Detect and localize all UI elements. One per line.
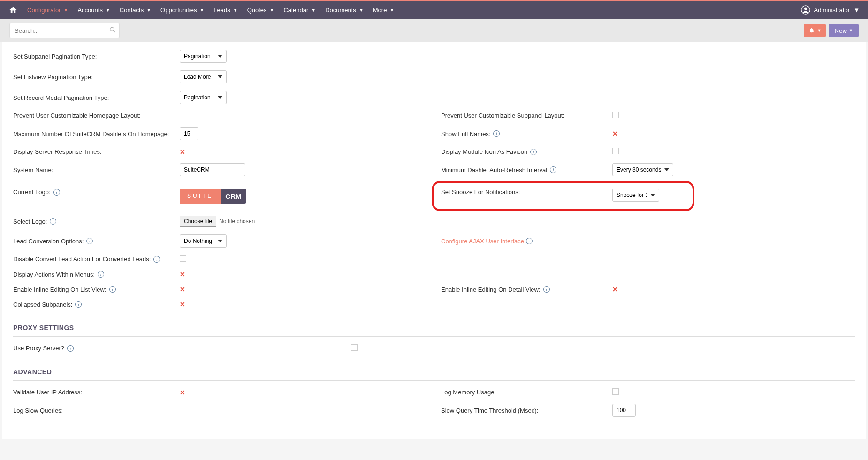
info-icon[interactable]: i bbox=[67, 345, 74, 352]
prevent-homepage-label: Prevent User Customizable Homepage Layou… bbox=[13, 112, 180, 119]
user-icon bbox=[801, 5, 810, 15]
validate-ip-label: Validate User IP Address: bbox=[13, 389, 180, 396]
svg-point-2 bbox=[110, 27, 114, 31]
prevent-homepage-checkbox[interactable] bbox=[180, 112, 186, 118]
max-dashlets-label: Maximum Number Of SuiteCRM Dashlets On H… bbox=[13, 130, 180, 137]
current-logo-label: Current Logo:i bbox=[13, 189, 180, 196]
choose-file-button[interactable]: Choose file bbox=[180, 216, 216, 227]
info-icon[interactable]: i bbox=[109, 286, 116, 293]
advanced-section-header: ADVANCED bbox=[13, 362, 855, 381]
svg-point-1 bbox=[804, 8, 807, 10]
configure-ajax-link[interactable]: Configure AJAX User Interface bbox=[441, 238, 524, 245]
caret-down-icon: ▼ bbox=[270, 8, 274, 13]
subpanel-pagination-select[interactable]: Pagination bbox=[180, 50, 227, 63]
nav-leads[interactable]: Leads▼ bbox=[209, 0, 242, 19]
inline-list-value: ✕ bbox=[180, 286, 185, 293]
nav-accounts[interactable]: Accounts▼ bbox=[73, 0, 114, 19]
svg-line-3 bbox=[114, 30, 115, 32]
select-logo-label: Select Logo:i bbox=[13, 218, 180, 225]
search-icon bbox=[109, 27, 116, 35]
no-file-chosen-text: No file chosen bbox=[219, 218, 255, 225]
max-dashlets-input[interactable] bbox=[180, 127, 198, 140]
nav-opportunities[interactable]: Opportunities▼ bbox=[156, 0, 209, 19]
caret-down-icon: ▼ bbox=[849, 28, 853, 33]
display-actions-label: Display Actions Within Menus:i bbox=[13, 271, 180, 278]
caret-down-icon: ▼ bbox=[817, 28, 821, 33]
prevent-subpanel-label: Prevent User Customizable Subpanel Layou… bbox=[441, 112, 612, 119]
snooze-select[interactable]: Snooze for 1 minute bbox=[612, 189, 659, 202]
nav-documents[interactable]: Documents▼ bbox=[320, 0, 368, 19]
info-icon[interactable]: i bbox=[543, 286, 550, 293]
log-slow-checkbox[interactable] bbox=[180, 407, 186, 413]
nav-quotes[interactable]: Quotes▼ bbox=[243, 0, 279, 19]
caret-down-icon: ▼ bbox=[64, 8, 69, 13]
prevent-subpanel-checkbox[interactable] bbox=[612, 112, 619, 118]
nav-contacts[interactable]: Contacts▼ bbox=[115, 0, 156, 19]
caret-down-icon: ▼ bbox=[311, 8, 316, 13]
info-icon[interactable]: i bbox=[98, 271, 104, 278]
nav-more[interactable]: More▼ bbox=[368, 0, 399, 19]
log-memory-checkbox[interactable] bbox=[612, 388, 619, 395]
user-name: Administrator bbox=[814, 7, 850, 14]
subpanel-pagination-label: Set Subpanel Pagination Type: bbox=[13, 53, 180, 60]
search-input[interactable] bbox=[9, 23, 120, 38]
validate-ip-value: ✕ bbox=[180, 389, 185, 396]
top-navbar: Configurator▼ Accounts▼ Contacts▼ Opport… bbox=[0, 0, 868, 19]
content-area: Set Subpanel Pagination Type: Pagination… bbox=[2, 42, 866, 439]
listview-pagination-label: Set Listview Pagination Type: bbox=[13, 74, 180, 81]
min-refresh-select[interactable]: Every 30 seconds bbox=[612, 163, 673, 176]
caret-down-icon: ▼ bbox=[359, 8, 364, 13]
info-icon[interactable]: i bbox=[153, 256, 160, 263]
info-icon[interactable]: i bbox=[50, 218, 56, 225]
collapsed-subpanels-value: ✕ bbox=[180, 301, 185, 308]
display-server-times-value: ✕ bbox=[180, 148, 185, 156]
display-actions-value: ✕ bbox=[180, 271, 185, 278]
system-name-input[interactable] bbox=[180, 163, 245, 176]
inline-list-label: Enable Inline Editing On List View:i bbox=[13, 286, 180, 293]
user-menu[interactable]: Administrator ▼ bbox=[796, 5, 864, 15]
suitecrm-logo: SUITE CRM bbox=[180, 189, 246, 204]
show-full-names-value: ✕ bbox=[612, 130, 618, 137]
caret-down-icon: ▼ bbox=[106, 8, 110, 13]
system-name-label: System Name: bbox=[13, 166, 180, 173]
disable-convert-checkbox[interactable] bbox=[180, 255, 186, 262]
listview-pagination-select[interactable]: Load More bbox=[180, 70, 227, 83]
nav-calendar[interactable]: Calendar▼ bbox=[279, 0, 320, 19]
nav-configurator[interactable]: Configurator▼ bbox=[23, 0, 73, 19]
search-box bbox=[9, 23, 120, 38]
new-button[interactable]: New ▼ bbox=[829, 24, 859, 37]
slow-threshold-label: Slow Query Time Threshold (Msec): bbox=[441, 407, 612, 414]
toolbar: ▼ New ▼ bbox=[0, 19, 868, 42]
display-favicon-checkbox[interactable] bbox=[612, 148, 619, 154]
bell-icon bbox=[808, 27, 815, 34]
caret-down-icon: ▼ bbox=[853, 7, 860, 14]
caret-down-icon: ▼ bbox=[389, 8, 394, 13]
inline-detail-label: Enable Inline Editing On Detail View:i bbox=[441, 286, 612, 293]
disable-convert-label: Disable Convert Lead Action For Converte… bbox=[13, 256, 180, 263]
info-icon[interactable]: i bbox=[493, 130, 500, 137]
display-server-times-label: Display Server Response Times: bbox=[13, 148, 180, 155]
lead-conversion-select[interactable]: Do Nothing bbox=[180, 234, 227, 248]
info-icon[interactable]: i bbox=[526, 238, 533, 244]
info-icon[interactable]: i bbox=[530, 149, 537, 155]
info-icon[interactable]: i bbox=[53, 189, 60, 196]
use-proxy-label: Use Proxy Server?i bbox=[13, 345, 351, 352]
caret-down-icon: ▼ bbox=[199, 8, 204, 13]
record-modal-pagination-select[interactable]: Pagination bbox=[180, 91, 227, 104]
log-slow-label: Log Slow Queries: bbox=[13, 407, 180, 414]
log-memory-label: Log Memory Usage: bbox=[441, 389, 612, 396]
record-modal-pagination-label: Set Record Modal Pagination Type: bbox=[13, 94, 180, 101]
info-icon[interactable]: i bbox=[86, 238, 93, 244]
show-full-names-label: Show Full Names:i bbox=[441, 130, 612, 137]
slow-threshold-input[interactable] bbox=[612, 404, 636, 417]
display-favicon-label: Display Module Icon As Faviconi bbox=[441, 148, 612, 155]
info-icon[interactable]: i bbox=[550, 166, 556, 173]
lead-conversion-label: Lead Conversion Options:i bbox=[13, 238, 180, 245]
use-proxy-checkbox[interactable] bbox=[351, 344, 358, 351]
inline-detail-value: ✕ bbox=[612, 286, 618, 293]
snooze-label: Set Snooze For Notifications: bbox=[441, 189, 612, 196]
notifications-button[interactable]: ▼ bbox=[804, 24, 826, 37]
home-icon[interactable] bbox=[4, 0, 23, 19]
info-icon[interactable]: i bbox=[75, 301, 82, 308]
caret-down-icon: ▼ bbox=[233, 8, 238, 13]
